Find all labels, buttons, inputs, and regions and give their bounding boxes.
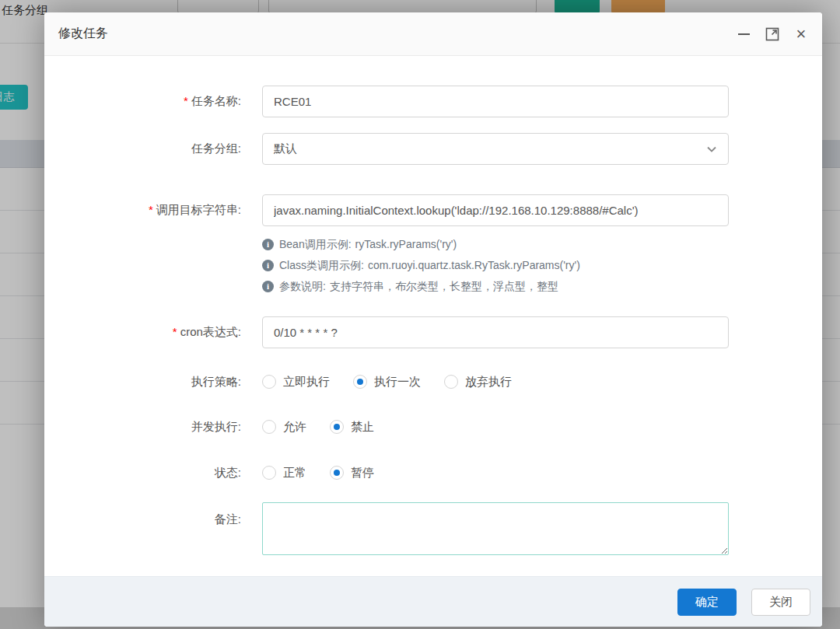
radio-normal[interactable]: 正常 [262,466,306,480]
job-name-label: *任务名称: [44,86,262,117]
concurrent-label: 并发执行: [44,418,262,436]
confirm-button[interactable]: 确定 [677,589,737,616]
info-icon: i [262,281,274,292]
misfire-policy-row: 执行策略: 立即执行 执行一次 放弃执行 [44,372,822,391]
close-icon[interactable]: × [794,27,808,41]
screen: 任务分组 日志 修改任务 [0,0,840,629]
hint-params: i 参数说明: 支持字符串，布尔类型，长整型，浮点型，整型 [262,276,729,297]
radio-circle [444,375,458,389]
hint-bean: i Bean调用示例: ryTask.ryParams('ry') [262,234,729,255]
chevron-down-icon [706,145,717,153]
invoke-target-input[interactable] [262,194,729,226]
remark-textarea[interactable] [262,502,729,555]
concurrent-options: 允许 禁止 [262,418,729,436]
radio-run-immediately[interactable]: 立即执行 [262,375,330,390]
radio-circle [330,420,344,434]
misfire-policy-options: 立即执行 执行一次 放弃执行 [262,372,729,391]
job-group-select[interactable]: 默认 [262,133,729,165]
radio-allow[interactable]: 允许 [262,420,306,435]
dialog-footer: 确定 关闭 [44,576,822,627]
radio-circle [353,375,367,389]
invoke-target-label: *调用目标字符串: [44,194,262,297]
radio-forbid[interactable]: 禁止 [330,420,374,435]
cron-row: *cron表达式: [44,316,822,348]
radio-abandon[interactable]: 放弃执行 [444,375,512,390]
window-controls: × [737,27,808,41]
edit-job-dialog: 修改任务 × [44,12,822,627]
required-mark: * [173,325,177,338]
status-options: 正常 暂停 [262,463,729,482]
cron-label: *cron表达式: [44,316,262,348]
minimize-icon[interactable] [737,27,751,41]
invoke-target-hints: i Bean调用示例: ryTask.ryParams('ry') i Clas… [262,234,729,297]
dialog-title: 修改任务 [58,26,108,42]
status-label: 状态: [44,463,262,482]
dialog-body: *任务名称: 任务分组: 默认 [44,56,822,576]
cron-input[interactable] [262,316,729,348]
remark-label: 备注: [44,502,262,558]
radio-circle [262,466,276,480]
job-group-selected-value: 默认 [274,142,297,156]
radio-paused[interactable]: 暂停 [330,466,374,480]
radio-circle [262,375,276,389]
remark-row: 备注: [44,502,822,558]
info-icon: i [262,239,274,250]
dialog-header: 修改任务 × [44,12,822,56]
job-group-label: 任务分组: [44,133,262,165]
job-name-input[interactable] [262,86,729,117]
required-mark: * [149,203,153,216]
misfire-policy-label: 执行策略: [44,372,262,391]
radio-run-once[interactable]: 执行一次 [353,375,421,390]
close-button[interactable]: 关闭 [751,589,810,616]
required-mark: * [184,94,188,107]
job-name-row: *任务名称: [44,86,822,117]
radio-circle [262,420,276,434]
hint-class: i Class类调用示例: com.ruoyi.quartz.task.RyTa… [262,255,729,276]
radio-circle [330,466,344,480]
concurrent-row: 并发执行: 允许 禁止 [44,418,822,436]
info-icon: i [262,260,274,271]
invoke-target-row: *调用目标字符串: i Bean调用示例: ryTask.ryParams('r… [44,194,822,297]
maximize-icon[interactable] [765,27,779,41]
job-group-row: 任务分组: 默认 [44,133,822,165]
status-row: 状态: 正常 暂停 [44,463,822,482]
